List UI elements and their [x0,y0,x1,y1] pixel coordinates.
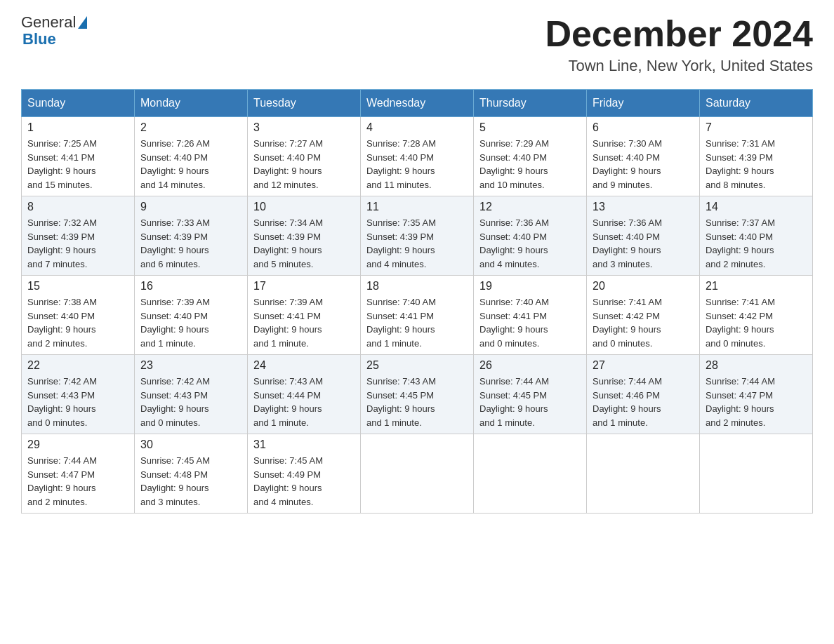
table-cell: 20 Sunrise: 7:41 AM Sunset: 4:42 PM Dayl… [587,276,700,355]
calendar-table: Sunday Monday Tuesday Wednesday Thursday… [21,89,813,514]
day-info: Sunrise: 7:44 AM Sunset: 4:47 PM Dayligh… [27,454,128,509]
table-cell [361,434,474,514]
col-friday: Friday [587,90,700,117]
col-monday: Monday [135,90,248,117]
table-cell: 19 Sunrise: 7:40 AM Sunset: 4:41 PM Dayl… [474,276,587,355]
day-number: 8 [27,201,128,213]
day-info: Sunrise: 7:28 AM Sunset: 4:40 PM Dayligh… [366,137,468,192]
day-number: 9 [140,201,241,213]
day-info: Sunrise: 7:25 AM Sunset: 4:41 PM Dayligh… [27,137,128,192]
day-number: 6 [593,121,694,134]
day-number: 7 [706,121,807,134]
day-info: Sunrise: 7:27 AM Sunset: 4:40 PM Dayligh… [253,137,355,192]
day-info: Sunrise: 7:44 AM Sunset: 4:46 PM Dayligh… [593,375,694,429]
table-cell [474,434,587,514]
day-info: Sunrise: 7:32 AM Sunset: 4:39 PM Dayligh… [27,216,128,271]
table-cell: 6 Sunrise: 7:30 AM Sunset: 4:40 PM Dayli… [587,117,700,196]
day-info: Sunrise: 7:40 AM Sunset: 4:41 PM Dayligh… [366,295,468,350]
day-number: 4 [366,121,468,134]
logo-blue-text: Blue [22,31,87,48]
table-cell: 31 Sunrise: 7:45 AM Sunset: 4:49 PM Dayl… [248,434,361,514]
day-info: Sunrise: 7:41 AM Sunset: 4:42 PM Dayligh… [706,295,807,350]
day-number: 20 [593,280,694,293]
page-title: December 2024 [545,14,813,54]
page-subtitle: Town Line, New York, United States [545,57,813,75]
day-number: 10 [253,201,355,213]
day-number: 26 [479,359,581,372]
col-thursday: Thursday [474,90,587,117]
table-cell: 13 Sunrise: 7:36 AM Sunset: 4:40 PM Dayl… [587,196,700,276]
table-cell: 28 Sunrise: 7:44 AM Sunset: 4:47 PM Dayl… [700,355,813,434]
table-cell: 5 Sunrise: 7:29 AM Sunset: 4:40 PM Dayli… [474,117,587,196]
col-sunday: Sunday [22,90,135,117]
day-number: 29 [27,438,128,451]
table-cell: 29 Sunrise: 7:44 AM Sunset: 4:47 PM Dayl… [22,434,135,514]
day-info: Sunrise: 7:34 AM Sunset: 4:39 PM Dayligh… [253,216,355,271]
day-number: 16 [140,280,241,293]
day-info: Sunrise: 7:33 AM Sunset: 4:39 PM Dayligh… [140,216,241,271]
table-cell: 22 Sunrise: 7:42 AM Sunset: 4:43 PM Dayl… [22,355,135,434]
table-cell: 11 Sunrise: 7:35 AM Sunset: 4:39 PM Dayl… [361,196,474,276]
day-info: Sunrise: 7:37 AM Sunset: 4:40 PM Dayligh… [706,216,807,271]
day-info: Sunrise: 7:30 AM Sunset: 4:40 PM Dayligh… [593,137,694,192]
table-cell: 9 Sunrise: 7:33 AM Sunset: 4:39 PM Dayli… [135,196,248,276]
day-number: 13 [593,201,694,213]
day-info: Sunrise: 7:35 AM Sunset: 4:39 PM Dayligh… [366,216,468,271]
week-row-1: 1 Sunrise: 7:25 AM Sunset: 4:41 PM Dayli… [22,117,813,196]
day-number: 17 [253,280,355,293]
day-number: 30 [140,438,241,451]
table-cell: 4 Sunrise: 7:28 AM Sunset: 4:40 PM Dayli… [361,117,474,196]
day-info: Sunrise: 7:31 AM Sunset: 4:39 PM Dayligh… [706,137,807,192]
table-cell: 2 Sunrise: 7:26 AM Sunset: 4:40 PM Dayli… [135,117,248,196]
day-number: 27 [593,359,694,372]
title-area: December 2024 Town Line, New York, Unite… [545,14,813,75]
table-cell: 25 Sunrise: 7:43 AM Sunset: 4:45 PM Dayl… [361,355,474,434]
day-info: Sunrise: 7:43 AM Sunset: 4:45 PM Dayligh… [366,375,468,429]
day-info: Sunrise: 7:29 AM Sunset: 4:40 PM Dayligh… [479,137,581,192]
day-number: 15 [27,280,128,293]
table-cell: 16 Sunrise: 7:39 AM Sunset: 4:40 PM Dayl… [135,276,248,355]
table-cell: 3 Sunrise: 7:27 AM Sunset: 4:40 PM Dayli… [248,117,361,196]
col-tuesday: Tuesday [248,90,361,117]
table-cell: 7 Sunrise: 7:31 AM Sunset: 4:39 PM Dayli… [700,117,813,196]
col-saturday: Saturday [700,90,813,117]
day-number: 12 [479,201,581,213]
day-number: 31 [253,438,355,451]
day-info: Sunrise: 7:39 AM Sunset: 4:41 PM Dayligh… [253,295,355,350]
day-number: 11 [366,201,468,213]
table-cell: 12 Sunrise: 7:36 AM Sunset: 4:40 PM Dayl… [474,196,587,276]
logo: General Blue [21,14,87,48]
table-cell: 18 Sunrise: 7:40 AM Sunset: 4:41 PM Dayl… [361,276,474,355]
day-number: 21 [706,280,807,293]
table-cell [587,434,700,514]
day-info: Sunrise: 7:42 AM Sunset: 4:43 PM Dayligh… [140,375,241,429]
day-info: Sunrise: 7:43 AM Sunset: 4:44 PM Dayligh… [253,375,355,429]
table-cell: 30 Sunrise: 7:45 AM Sunset: 4:48 PM Dayl… [135,434,248,514]
day-info: Sunrise: 7:36 AM Sunset: 4:40 PM Dayligh… [593,216,694,271]
table-cell: 15 Sunrise: 7:38 AM Sunset: 4:40 PM Dayl… [22,276,135,355]
week-row-2: 8 Sunrise: 7:32 AM Sunset: 4:39 PM Dayli… [22,196,813,276]
day-info: Sunrise: 7:39 AM Sunset: 4:40 PM Dayligh… [140,295,241,350]
table-cell: 8 Sunrise: 7:32 AM Sunset: 4:39 PM Dayli… [22,196,135,276]
day-number: 28 [706,359,807,372]
table-cell: 27 Sunrise: 7:44 AM Sunset: 4:46 PM Dayl… [587,355,700,434]
day-info: Sunrise: 7:41 AM Sunset: 4:42 PM Dayligh… [593,295,694,350]
day-info: Sunrise: 7:44 AM Sunset: 4:45 PM Dayligh… [479,375,581,429]
table-cell: 24 Sunrise: 7:43 AM Sunset: 4:44 PM Dayl… [248,355,361,434]
day-number: 25 [366,359,468,372]
day-info: Sunrise: 7:45 AM Sunset: 4:49 PM Dayligh… [253,454,355,509]
day-info: Sunrise: 7:45 AM Sunset: 4:48 PM Dayligh… [140,454,241,509]
day-number: 18 [366,280,468,293]
day-number: 24 [253,359,355,372]
day-number: 5 [479,121,581,134]
table-cell [700,434,813,514]
logo-triangle-icon [78,16,87,29]
week-row-4: 22 Sunrise: 7:42 AM Sunset: 4:43 PM Dayl… [22,355,813,434]
col-wednesday: Wednesday [361,90,474,117]
day-number: 2 [140,121,241,134]
day-number: 19 [479,280,581,293]
day-number: 1 [27,121,128,134]
day-info: Sunrise: 7:40 AM Sunset: 4:41 PM Dayligh… [479,295,581,350]
day-info: Sunrise: 7:26 AM Sunset: 4:40 PM Dayligh… [140,137,241,192]
day-info: Sunrise: 7:42 AM Sunset: 4:43 PM Dayligh… [27,375,128,429]
